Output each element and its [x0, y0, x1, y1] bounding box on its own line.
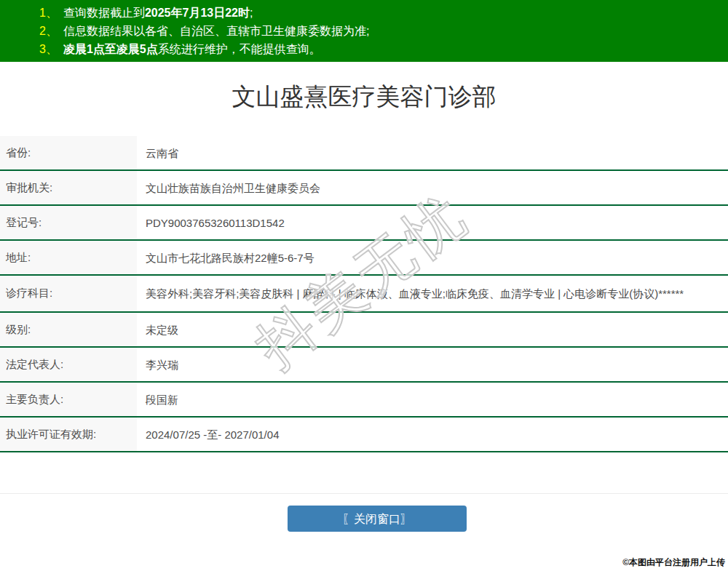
row-value: 文山壮族苗族自治州卫生健康委员会	[137, 171, 728, 204]
table-row: 级别:未定级	[0, 313, 728, 348]
row-value: 李兴瑞	[137, 348, 728, 381]
notice-line: 2、信息数据结果以各省、自治区、直辖市卫生健康委数据为准;	[39, 22, 728, 40]
notice-text: 系统进行维护，不能提供查询。	[158, 43, 321, 55]
table-row: 执业许可证有效期:2024/07/25 -至- 2027/01/04	[0, 418, 728, 452]
row-label: 审批机关:	[0, 171, 137, 204]
page-title: 文山盛熹医疗美容门诊部	[0, 82, 728, 111]
notice-text: 2025年7月13日22时	[145, 7, 250, 19]
notice-line: 1、查询数据截止到2025年7月13日22时;	[39, 4, 728, 22]
row-value: 美容外科;美容牙科;美容皮肤科 | 麻醉科 | 临床体液、血液专业;临床免疫、血…	[137, 276, 728, 311]
row-label: 省份:	[0, 136, 137, 169]
row-label: 诊疗科目:	[0, 276, 137, 311]
notice-text: ;	[250, 7, 253, 19]
notice-number: 3、	[39, 43, 63, 55]
row-label: 级别:	[0, 313, 137, 346]
notice-line: 3、凌晨1点至凌晨5点系统进行维护，不能提供查询。	[39, 40, 728, 58]
notice-number: 2、	[39, 25, 63, 37]
notice-text: 查询数据截止到	[63, 7, 145, 19]
notice-banner: 1、查询数据截止到2025年7月13日22时;2、信息数据结果以各省、自治区、直…	[0, 0, 728, 62]
notice-number: 1、	[39, 7, 63, 19]
notice-text: 凌晨1点至凌晨5点	[63, 43, 158, 55]
table-row: 主要负责人:段国新	[0, 383, 728, 418]
row-label: 执业许可证有效期:	[0, 418, 137, 451]
table-row: 法定代表人:李兴瑞	[0, 348, 728, 383]
table-row: 诊疗科目:美容外科;美容牙科;美容皮肤科 | 麻醉科 | 临床体液、血液专业;临…	[0, 276, 728, 313]
row-label: 地址:	[0, 241, 137, 274]
close-window-button[interactable]: 〖关闭窗口〗	[288, 506, 467, 532]
row-label: 法定代表人:	[0, 348, 137, 381]
footer-credit: ©本图由平台注册用户上传	[622, 556, 725, 569]
row-value: 2024/07/25 -至- 2027/01/04	[137, 418, 728, 451]
section-divider	[0, 493, 728, 494]
button-row: 〖关闭窗口〗	[0, 506, 728, 532]
table-row: 地址:文山市七花北路民族村22幢5-6-7号	[0, 241, 728, 276]
notice-text: 信息数据结果以各省、自治区、直辖市卫生健康委数据为准;	[63, 25, 369, 37]
row-value: PDY90037653260113D1542	[137, 206, 728, 239]
table-row: 登记号:PDY90037653260113D1542	[0, 206, 728, 241]
table-row: 审批机关:文山壮族苗族自治州卫生健康委员会	[0, 171, 728, 206]
row-value: 文山市七花北路民族村22幢5-6-7号	[137, 241, 728, 274]
row-value: 云南省	[137, 136, 728, 169]
info-table: 省份:云南省审批机关:文山壮族苗族自治州卫生健康委员会登记号:PDY900376…	[0, 136, 728, 452]
row-label: 主要负责人:	[0, 383, 137, 416]
row-value: 段国新	[137, 383, 728, 416]
table-row: 省份:云南省	[0, 136, 728, 171]
notice-list: 1、查询数据截止到2025年7月13日22时;2、信息数据结果以各省、自治区、直…	[39, 4, 728, 58]
row-value: 未定级	[137, 313, 728, 346]
row-label: 登记号:	[0, 206, 137, 239]
